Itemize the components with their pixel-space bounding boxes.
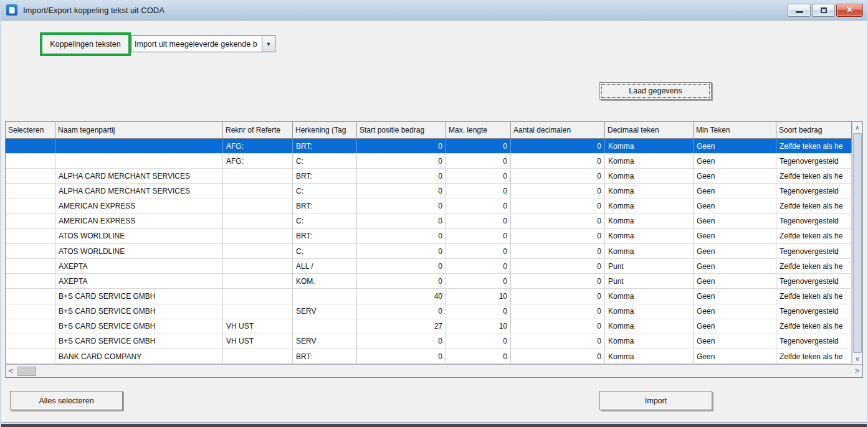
table-cell: 0 (511, 274, 605, 288)
table-cell: ALPHA CARD MERCHANT SERVICES (55, 184, 223, 198)
table-cell: SERV (293, 304, 357, 319)
table-cell: B+S CARD SERVICE GMBH (55, 289, 223, 303)
table-cell: VH UST (223, 334, 293, 349)
table-cell: ATOS WORLDLINE (55, 229, 223, 243)
table-cell: 0 (511, 334, 605, 349)
table-cell: 0 (357, 229, 446, 243)
import-button[interactable]: Import (599, 391, 712, 410)
table-cell: Komma (605, 184, 694, 198)
table-cell: 0 (511, 199, 605, 214)
table-cell: B+S CARD SERVICE GMBH (55, 319, 223, 334)
table-cell: Geen (694, 184, 776, 198)
table-cell: Komma (605, 229, 694, 243)
table-row[interactable]: ALPHA CARD MERCHANT SERVICESBRT:000Komma… (6, 169, 852, 184)
minimize-button[interactable] (788, 4, 811, 17)
table-cell (55, 154, 223, 168)
column-header[interactable]: Min Teken (694, 122, 776, 138)
table-cell (223, 214, 293, 228)
import-source-dropdown[interactable]: Import uit meegeleverde gekende b ▼ (131, 35, 275, 52)
chevron-down-icon[interactable]: ▼ (262, 36, 275, 52)
grid-columns: SelecterenNaam tegenpartijReknr of Refer… (6, 122, 852, 364)
table-cell: Geen (694, 244, 776, 258)
table-row[interactable]: AFG:BRT:000KommaGeenZelfde teken als he (6, 139, 852, 154)
table-cell: 0 (446, 304, 511, 319)
table-cell: 0 (446, 259, 511, 273)
table-cell: VH UST (223, 319, 293, 334)
column-header[interactable]: Max. lengte (446, 122, 511, 138)
table-cell: 0 (357, 214, 446, 228)
column-header[interactable]: Naam tegenpartij (55, 122, 223, 138)
table-cell: 0 (511, 139, 605, 153)
scroll-up-icon[interactable]: ∧ (852, 122, 862, 133)
table-cell: ALL / (293, 259, 357, 273)
table-cell: Komma (605, 199, 694, 214)
table-cell (293, 289, 357, 303)
window-controls: × (788, 4, 863, 17)
column-header[interactable]: Soort bedrag (776, 122, 852, 138)
table-cell: 0 (446, 334, 511, 349)
table-row[interactable]: ATOS WORLDLINEBRT:000KommaGeenZelfde tek… (6, 229, 852, 244)
table-row[interactable]: AMERICAN EXPRESSC:000KommaGeenTegenoverg… (6, 214, 852, 229)
table-cell: AFG: (223, 154, 293, 168)
table-cell: 0 (511, 349, 605, 364)
scroll-right-icon[interactable]: > (852, 365, 862, 377)
table-cell: 0 (511, 214, 605, 228)
column-header[interactable]: Decimaal teken (605, 122, 694, 138)
table-row[interactable]: AMERICAN EXPRESSBRT:000KommaGeenZelfde t… (6, 199, 852, 214)
table-cell: 0 (511, 229, 605, 243)
table-cell: AFG: (223, 139, 293, 153)
table-cell: Geen (694, 154, 776, 168)
table-cell: 0 (357, 184, 446, 198)
table-cell: 0 (511, 184, 605, 198)
column-header[interactable]: Reknr of Referte (223, 122, 293, 138)
table-cell (6, 259, 55, 273)
laad-gegevens-button[interactable]: Laad gegevens (599, 82, 712, 100)
column-header[interactable]: Herkening (Tag (293, 122, 357, 138)
table-cell: Zelfde teken als he (776, 139, 852, 153)
table-cell: 27 (357, 319, 446, 334)
horizontal-scroll-thumb[interactable] (17, 367, 36, 376)
table-row[interactable]: BANK CARD COMPANYBRT:000KommaGeenZelfde … (6, 349, 852, 364)
table-cell (6, 184, 55, 198)
vertical-scrollbar[interactable]: ∧ ∨ (852, 122, 862, 364)
table-cell: 0 (446, 244, 511, 258)
vertical-scroll-thumb[interactable] (853, 133, 862, 353)
column-header[interactable]: Start positie bedrag (357, 122, 446, 138)
column-header[interactable]: Selecteren (6, 122, 55, 138)
maximize-button[interactable] (812, 4, 835, 17)
table-cell: B+S CARD SERVICE GMBH (55, 304, 223, 319)
table-row[interactable]: B+S CARD SERVICE GMBH40100KommaGeenZelfd… (6, 289, 852, 304)
alles-selecteren-button[interactable]: Alles selecteren (10, 391, 123, 410)
scroll-left-icon[interactable]: < (6, 365, 16, 377)
table-row[interactable]: ATOS WORLDLINEC:000KommaGeenTegenoverges… (6, 244, 852, 259)
table-cell: Zelfde teken als he (776, 259, 852, 273)
table-cell: BANK CARD COMPANY (55, 349, 223, 364)
column-header[interactable]: Aantal decimalen (511, 122, 605, 138)
table-cell (293, 319, 357, 334)
table-cell: 40 (357, 289, 446, 303)
table-row[interactable]: AFG:C:000KommaGeenTegenovergesteld (6, 154, 852, 169)
table-row[interactable]: B+S CARD SERVICE GMBHSERV000KommaGeenTeg… (6, 304, 852, 319)
table-cell (6, 154, 55, 168)
table-cell: 0 (446, 229, 511, 243)
table-cell (6, 229, 55, 243)
table-cell: Geen (694, 289, 776, 303)
table-cell: Tegenovergesteld (776, 244, 852, 258)
table-cell: 0 (357, 169, 446, 183)
titlebar[interactable]: Import/Export koppeling tekst uit CODA × (1, 0, 867, 21)
table-cell: C: (293, 154, 357, 168)
koppelingen-teksten-button[interactable]: Koppelingen teksten (50, 40, 120, 49)
table-row[interactable]: AXEPTAKOM.000PuntGeenTegenovergesteld (6, 274, 852, 289)
table-cell: ALPHA CARD MERCHANT SERVICES (55, 169, 223, 183)
table-row[interactable]: AXEPTAALL /000PuntGeenZelfde teken als h… (6, 259, 852, 274)
scroll-down-icon[interactable]: ∨ (852, 354, 862, 364)
table-row[interactable]: B+S CARD SERVICE GMBHVH USTSERV000KommaG… (6, 334, 852, 349)
table-cell: 0 (511, 259, 605, 273)
table-row[interactable]: ALPHA CARD MERCHANT SERVICESC:000KommaGe… (6, 184, 852, 199)
client-area: Koppelingen teksten Import uit meegeleve… (1, 21, 867, 422)
horizontal-scrollbar[interactable]: < > (6, 364, 862, 377)
table-row[interactable]: B+S CARD SERVICE GMBHVH UST27100KommaGee… (6, 319, 852, 334)
app-icon (6, 4, 17, 16)
close-button[interactable]: × (836, 4, 863, 17)
table-cell: Geen (694, 169, 776, 183)
